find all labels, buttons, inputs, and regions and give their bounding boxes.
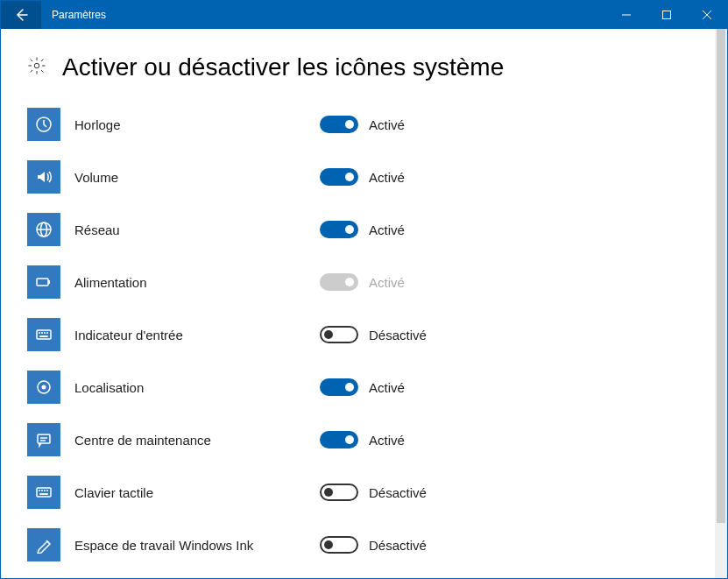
toggle-state-label: Activé	[369, 222, 405, 237]
toggle-volume[interactable]	[320, 168, 358, 186]
battery-icon	[27, 265, 60, 299]
option-label: Centre de maintenance	[60, 433, 320, 448]
close-button[interactable]	[687, 1, 727, 29]
toggle-state-label: Activé	[369, 275, 405, 290]
minimize-icon	[622, 11, 631, 19]
target-icon	[27, 371, 60, 404]
toggle-wrap: Désactivé	[320, 536, 427, 554]
option-row-location: LocalisationActivé	[27, 371, 701, 404]
scrollbar-thumb[interactable]	[717, 29, 725, 523]
option-row-volume: VolumeActivé	[27, 160, 701, 194]
toggle-wrap: Activé	[320, 378, 405, 396]
window-title: Paramètres	[41, 1, 106, 29]
toggle-state-label: Activé	[369, 117, 405, 132]
toggle-power	[320, 273, 358, 291]
option-row-input: Indicateur d'entréeDésactivé	[27, 318, 701, 351]
toggle-state-label: Désactivé	[369, 485, 427, 500]
option-row-touchkbd: Clavier tactileDésactivé	[27, 476, 701, 509]
message-icon	[27, 423, 60, 456]
toggle-clock[interactable]	[320, 116, 358, 133]
svg-point-4	[34, 63, 39, 68]
toggle-wrap: Désactivé	[320, 484, 427, 501]
minimize-button[interactable]	[606, 1, 647, 29]
option-row-clock: HorlogeActivé	[27, 108, 701, 141]
globe-icon	[27, 213, 60, 246]
option-label: Clavier tactile	[60, 485, 320, 500]
volume-icon	[27, 160, 60, 194]
option-label: Horloge	[60, 117, 320, 132]
back-arrow-icon	[14, 8, 28, 22]
svg-rect-1	[663, 11, 671, 19]
toggle-state-label: Activé	[369, 433, 405, 448]
back-button[interactable]	[1, 1, 41, 29]
close-icon	[703, 11, 711, 19]
gear-icon	[27, 56, 46, 79]
toggle-wrap: Activé	[320, 273, 405, 291]
pen-icon	[27, 528, 60, 561]
toggle-wrap: Désactivé	[320, 326, 427, 343]
options-list: HorlogeActivéVolumeActivéRéseauActivéAli…	[27, 108, 701, 561]
toggle-touchkbd[interactable]	[320, 484, 358, 501]
option-row-ink: Espace de travail Windows InkDésactivé	[27, 528, 701, 561]
content-area: Activer ou désactiver les icônes système…	[1, 29, 727, 578]
keyboard-icon	[27, 318, 60, 351]
toggle-state-label: Activé	[369, 380, 405, 395]
scrollbar[interactable]	[715, 29, 727, 578]
option-label: Volume	[60, 170, 320, 185]
option-row-power: AlimentationActivé	[27, 265, 701, 299]
page-title: Activer ou désactiver les icônes système	[62, 53, 504, 81]
toggle-state-label: Désactivé	[369, 538, 427, 553]
toggle-ink[interactable]	[320, 536, 358, 554]
option-row-network: RéseauActivé	[27, 213, 701, 246]
option-label: Indicateur d'entrée	[60, 328, 320, 342]
toggle-wrap: Activé	[320, 221, 405, 238]
keyboard-icon	[27, 476, 60, 509]
toggle-network[interactable]	[320, 221, 358, 238]
toggle-location[interactable]	[320, 378, 358, 396]
toggle-wrap: Activé	[320, 116, 405, 133]
clock-icon	[27, 108, 60, 141]
option-row-actioncenter: Centre de maintenanceActivé	[27, 423, 701, 456]
toggle-wrap: Activé	[320, 431, 405, 448]
settings-window: Paramètres Activer ou désactiver les icô…	[0, 0, 728, 579]
option-label: Réseau	[60, 222, 320, 237]
maximize-icon	[662, 11, 671, 19]
toggle-wrap: Activé	[320, 168, 405, 186]
option-label: Alimentation	[60, 275, 320, 290]
option-label: Localisation	[60, 380, 320, 395]
toggle-input[interactable]	[320, 326, 358, 343]
toggle-state-label: Désactivé	[369, 328, 427, 342]
titlebar: Paramètres	[1, 1, 727, 29]
toggle-state-label: Activé	[369, 170, 405, 185]
maximize-button[interactable]	[647, 1, 687, 29]
option-label: Espace de travail Windows Ink	[60, 538, 320, 553]
page-header: Activer ou désactiver les icônes système	[27, 53, 701, 81]
toggle-actioncenter[interactable]	[320, 431, 358, 448]
